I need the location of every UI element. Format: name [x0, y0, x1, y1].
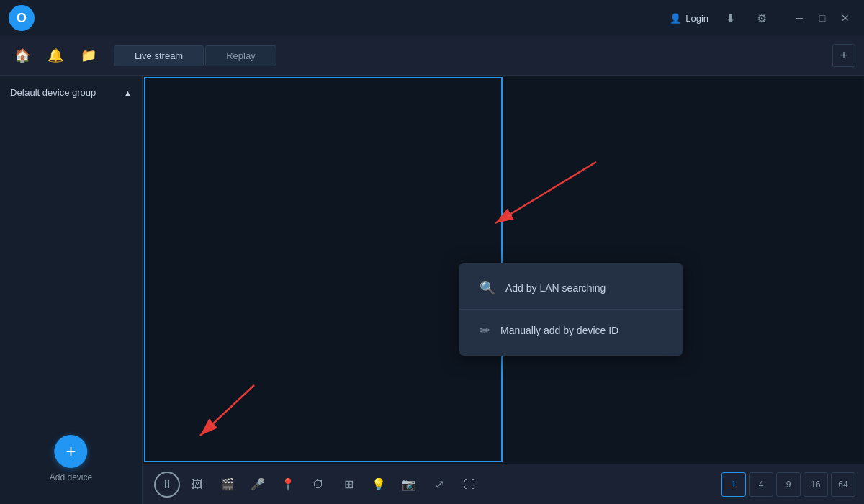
gear-icon: ⚙ — [757, 12, 767, 25]
expand-icon: ⤢ — [435, 477, 444, 491]
download-icon: ⬇ — [726, 12, 735, 25]
layout-switcher: 1 4 9 16 64 — [713, 464, 864, 504]
minimize-button[interactable]: ─ — [789, 8, 809, 28]
chevron-up-icon: ▲ — [124, 89, 132, 97]
layout-16-button[interactable]: 16 — [804, 472, 828, 497]
context-menu-item-lan[interactable]: 🔍 Add by LAN searching — [459, 267, 683, 310]
expand-button[interactable]: ⤢ — [426, 472, 452, 498]
navbar: 🏠 🔔 📁 Live stream Replay + — [0, 36, 864, 76]
context-menu-item-manual[interactable]: ✏ Manually add by device ID — [459, 310, 683, 351]
bulb-button[interactable]: 💡 — [366, 472, 392, 498]
nav-bell[interactable]: 🔔 — [42, 42, 69, 69]
fullscreen-button[interactable]: ⛶ — [456, 472, 482, 498]
add-device-container: + Add device — [50, 435, 92, 482]
image-icon: 🖼 — [192, 478, 203, 491]
bulb-icon: 💡 — [372, 477, 386, 491]
add-view-button[interactable]: + — [832, 44, 855, 67]
nav-icons: 🏠 🔔 📁 — [9, 42, 102, 69]
titlebar-right: 👤 Login ⬇ ⚙ ─ □ ✕ — [670, 8, 855, 28]
pause-button[interactable]: ⏸ — [154, 472, 180, 498]
edit-icon: ✏ — [480, 323, 490, 338]
pin-icon: 📍 — [281, 477, 295, 491]
content-area: 🔍 Add by LAN searching ✏ Manually add by… — [143, 76, 864, 504]
fullscreen-icon: ⛶ — [464, 478, 475, 491]
maximize-button[interactable]: □ — [812, 8, 832, 28]
camera-cell-1[interactable] — [144, 77, 503, 462]
tab-replay[interactable]: Replay — [205, 45, 276, 66]
app-logo: O — [9, 5, 35, 31]
add-device-label: Add device — [50, 472, 92, 482]
mic-icon: 🎤 — [251, 477, 265, 491]
plus-icon: + — [840, 48, 848, 63]
timer-icon: ⏱ — [312, 478, 324, 491]
grid-button[interactable]: ⊞ — [336, 472, 361, 498]
tab-livestream[interactable]: Live stream — [114, 45, 204, 66]
layout-9-button[interactable]: 9 — [776, 472, 801, 497]
layout-64-button[interactable]: 64 — [831, 472, 855, 497]
download-button[interactable]: ⬇ — [720, 8, 740, 28]
stream-tabs: Live stream Replay — [114, 45, 276, 66]
close-button[interactable]: ✕ — [835, 8, 855, 28]
record-button[interactable]: 🎬 — [215, 472, 240, 498]
snapshot-button[interactable]: 🖼 — [184, 472, 210, 498]
sidebar: Default device group ▲ + Add device — [0, 76, 143, 504]
user-icon: 👤 — [670, 13, 681, 24]
nav-folder[interactable]: 📁 — [75, 42, 102, 69]
window-controls: ─ □ ✕ — [789, 8, 855, 28]
pin-button[interactable]: 📍 — [275, 472, 301, 498]
device-group[interactable]: Default device group ▲ — [0, 83, 142, 102]
layout-1-button[interactable]: 1 — [721, 472, 746, 497]
settings-button[interactable]: ⚙ — [752, 8, 772, 28]
photo-button[interactable]: 📷 — [396, 472, 422, 498]
context-menu: 🔍 Add by LAN searching ✏ Manually add by… — [459, 263, 683, 356]
main-layout: Default device group ▲ + Add device 🔍 Ad… — [0, 76, 864, 504]
plus-icon: + — [66, 441, 76, 462]
search-icon: 🔍 — [480, 280, 495, 296]
login-button[interactable]: 👤 Login — [670, 13, 708, 24]
pause-icon: ⏸ — [161, 478, 173, 491]
photo-icon: 📷 — [402, 477, 416, 491]
video-icon: 🎬 — [220, 477, 235, 491]
timer-button[interactable]: ⏱ — [305, 472, 331, 498]
add-device-button[interactable]: + — [55, 435, 88, 468]
titlebar: O 👤 Login ⬇ ⚙ ─ □ ✕ — [0, 0, 864, 36]
layout-4-button[interactable]: 4 — [749, 472, 773, 497]
grid-icon: ⊞ — [344, 477, 354, 491]
mic-button[interactable]: 🎤 — [245, 472, 271, 498]
nav-home[interactable]: 🏠 — [9, 42, 36, 69]
